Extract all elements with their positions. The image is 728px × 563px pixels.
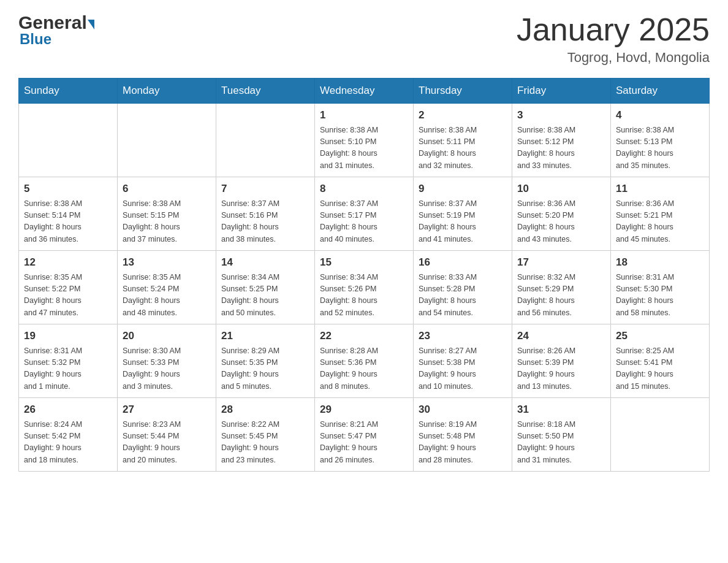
calendar-week-row-4: 19Sunrise: 8:31 AMSunset: 5:32 PMDayligh… (19, 324, 710, 398)
calendar-header-sunday: Sunday (19, 79, 118, 104)
day-info: Sunrise: 8:25 AMSunset: 5:41 PMDaylight:… (616, 345, 704, 393)
day-info: Sunrise: 8:38 AMSunset: 5:12 PMDaylight:… (517, 124, 605, 172)
day-info: Sunrise: 8:30 AMSunset: 5:33 PMDaylight:… (123, 345, 211, 393)
day-number: 5 (24, 181, 112, 197)
calendar-day-21: 21Sunrise: 8:29 AMSunset: 5:35 PMDayligh… (216, 324, 315, 398)
calendar-header-row: SundayMondayTuesdayWednesdayThursdayFrid… (19, 79, 710, 104)
calendar-week-row-1: 1Sunrise: 8:38 AMSunset: 5:10 PMDaylight… (19, 104, 710, 177)
day-number: 28 (221, 402, 309, 418)
day-number: 8 (320, 181, 408, 197)
page-header: General Blue January 2025 Togrog, Hovd, … (18, 12, 710, 66)
day-number: 16 (419, 255, 507, 270)
calendar-day-2: 2Sunrise: 8:38 AMSunset: 5:11 PMDaylight… (414, 104, 512, 177)
calendar-day-24: 24Sunrise: 8:26 AMSunset: 5:39 PMDayligh… (512, 324, 611, 398)
day-info: Sunrise: 8:24 AMSunset: 5:42 PMDaylight:… (24, 419, 112, 467)
day-info: Sunrise: 8:38 AMSunset: 5:10 PMDaylight:… (320, 124, 408, 172)
day-number: 15 (320, 255, 408, 270)
calendar-day-5: 5Sunrise: 8:38 AMSunset: 5:14 PMDaylight… (19, 177, 118, 251)
day-info: Sunrise: 8:23 AMSunset: 5:44 PMDaylight:… (123, 419, 211, 467)
day-number: 13 (123, 255, 211, 270)
day-info: Sunrise: 8:31 AMSunset: 5:30 PMDaylight:… (616, 272, 704, 320)
day-number: 2 (419, 107, 507, 123)
day-number: 3 (517, 107, 605, 123)
day-info: Sunrise: 8:31 AMSunset: 5:32 PMDaylight:… (24, 345, 112, 393)
day-number: 9 (419, 181, 507, 197)
day-info: Sunrise: 8:34 AMSunset: 5:25 PMDaylight:… (221, 272, 309, 320)
calendar-header-tuesday: Tuesday (216, 79, 315, 104)
calendar-day-30: 30Sunrise: 8:19 AMSunset: 5:48 PMDayligh… (414, 398, 512, 472)
calendar-day-31: 31Sunrise: 8:18 AMSunset: 5:50 PMDayligh… (512, 398, 611, 472)
calendar-day-27: 27Sunrise: 8:23 AMSunset: 5:44 PMDayligh… (118, 398, 216, 472)
day-number: 27 (123, 402, 211, 418)
logo-blue-text: Blue (20, 31, 51, 48)
calendar-header-monday: Monday (118, 79, 216, 104)
day-number: 7 (221, 181, 309, 197)
day-info: Sunrise: 8:35 AMSunset: 5:22 PMDaylight:… (24, 272, 112, 320)
day-info: Sunrise: 8:35 AMSunset: 5:24 PMDaylight:… (123, 272, 211, 320)
calendar-day-3: 3Sunrise: 8:38 AMSunset: 5:12 PMDaylight… (512, 104, 611, 177)
calendar-day-17: 17Sunrise: 8:32 AMSunset: 5:29 PMDayligh… (512, 251, 611, 324)
day-info: Sunrise: 8:38 AMSunset: 5:14 PMDaylight:… (24, 198, 112, 246)
day-info: Sunrise: 8:28 AMSunset: 5:36 PMDaylight:… (320, 345, 408, 393)
calendar-week-row-5: 26Sunrise: 8:24 AMSunset: 5:42 PMDayligh… (19, 398, 710, 472)
day-number: 26 (24, 402, 112, 418)
calendar-header-saturday: Saturday (611, 79, 710, 104)
month-year-title: January 2025 (517, 12, 710, 47)
title-section: January 2025 Togrog, Hovd, Mongolia (517, 12, 710, 66)
day-number: 14 (221, 255, 309, 270)
day-info: Sunrise: 8:37 AMSunset: 5:17 PMDaylight:… (320, 198, 408, 246)
calendar-day-28: 28Sunrise: 8:22 AMSunset: 5:45 PMDayligh… (216, 398, 315, 472)
calendar-day-15: 15Sunrise: 8:34 AMSunset: 5:26 PMDayligh… (315, 251, 414, 324)
day-info: Sunrise: 8:38 AMSunset: 5:15 PMDaylight:… (123, 198, 211, 246)
day-info: Sunrise: 8:38 AMSunset: 5:11 PMDaylight:… (419, 124, 507, 172)
calendar-header-thursday: Thursday (414, 79, 512, 104)
day-info: Sunrise: 8:32 AMSunset: 5:29 PMDaylight:… (517, 272, 605, 320)
calendar-empty-cell (611, 398, 710, 472)
logo: General Blue (18, 12, 94, 48)
day-number: 29 (320, 402, 408, 418)
day-info: Sunrise: 8:22 AMSunset: 5:45 PMDaylight:… (221, 419, 309, 467)
day-info: Sunrise: 8:19 AMSunset: 5:48 PMDaylight:… (419, 419, 507, 467)
calendar-day-16: 16Sunrise: 8:33 AMSunset: 5:28 PMDayligh… (414, 251, 512, 324)
day-number: 20 (123, 328, 211, 344)
calendar-day-1: 1Sunrise: 8:38 AMSunset: 5:10 PMDaylight… (315, 104, 414, 177)
calendar-day-12: 12Sunrise: 8:35 AMSunset: 5:22 PMDayligh… (19, 251, 118, 324)
day-number: 12 (24, 255, 112, 270)
calendar-day-19: 19Sunrise: 8:31 AMSunset: 5:32 PMDayligh… (19, 324, 118, 398)
day-info: Sunrise: 8:26 AMSunset: 5:39 PMDaylight:… (517, 345, 605, 393)
day-info: Sunrise: 8:18 AMSunset: 5:50 PMDaylight:… (517, 419, 605, 467)
day-number: 6 (123, 181, 211, 197)
calendar-table: SundayMondayTuesdayWednesdayThursdayFrid… (18, 78, 710, 472)
logo-general-text: General (18, 12, 87, 33)
day-number: 24 (517, 328, 605, 344)
calendar-empty-cell (118, 104, 216, 177)
day-info: Sunrise: 8:21 AMSunset: 5:47 PMDaylight:… (320, 419, 408, 467)
day-info: Sunrise: 8:37 AMSunset: 5:19 PMDaylight:… (419, 198, 507, 246)
day-number: 30 (419, 402, 507, 418)
day-number: 11 (616, 181, 704, 197)
day-number: 4 (616, 107, 704, 123)
day-number: 31 (517, 402, 605, 418)
calendar-day-25: 25Sunrise: 8:25 AMSunset: 5:41 PMDayligh… (611, 324, 710, 398)
day-number: 22 (320, 328, 408, 344)
calendar-header-wednesday: Wednesday (315, 79, 414, 104)
day-info: Sunrise: 8:36 AMSunset: 5:20 PMDaylight:… (517, 198, 605, 246)
calendar-week-row-3: 12Sunrise: 8:35 AMSunset: 5:22 PMDayligh… (19, 251, 710, 324)
day-number: 25 (616, 328, 704, 344)
day-number: 18 (616, 255, 704, 270)
calendar-day-13: 13Sunrise: 8:35 AMSunset: 5:24 PMDayligh… (118, 251, 216, 324)
day-number: 23 (419, 328, 507, 344)
calendar-week-row-2: 5Sunrise: 8:38 AMSunset: 5:14 PMDaylight… (19, 177, 710, 251)
calendar-day-29: 29Sunrise: 8:21 AMSunset: 5:47 PMDayligh… (315, 398, 414, 472)
calendar-header-friday: Friday (512, 79, 611, 104)
day-info: Sunrise: 8:27 AMSunset: 5:38 PMDaylight:… (419, 345, 507, 393)
day-info: Sunrise: 8:36 AMSunset: 5:21 PMDaylight:… (616, 198, 704, 246)
day-number: 17 (517, 255, 605, 270)
calendar-day-6: 6Sunrise: 8:38 AMSunset: 5:15 PMDaylight… (118, 177, 216, 251)
day-number: 19 (24, 328, 112, 344)
calendar-day-18: 18Sunrise: 8:31 AMSunset: 5:30 PMDayligh… (611, 251, 710, 324)
day-info: Sunrise: 8:33 AMSunset: 5:28 PMDaylight:… (419, 272, 507, 320)
calendar-empty-cell (216, 104, 315, 177)
calendar-day-26: 26Sunrise: 8:24 AMSunset: 5:42 PMDayligh… (19, 398, 118, 472)
day-number: 10 (517, 181, 605, 197)
